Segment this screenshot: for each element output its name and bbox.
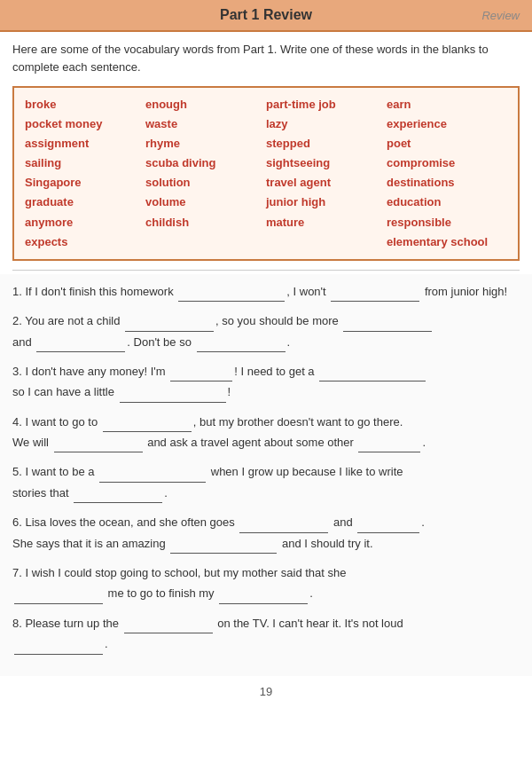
intro-text: Here are some of the vocabulary words fr… xyxy=(0,32,532,81)
vocab-word: rhyme xyxy=(145,134,266,153)
blank-1a[interactable] xyxy=(178,289,285,302)
exercise-2-text-e: . xyxy=(287,335,291,349)
blank-3a[interactable] xyxy=(170,369,232,382)
page-number: 19 xyxy=(0,676,532,705)
exercise-2-text-c: and xyxy=(12,335,35,349)
blank-6b[interactable] xyxy=(357,521,419,533)
vocab-word: sightseeing xyxy=(266,153,387,173)
blank-4b[interactable] xyxy=(54,440,143,452)
exercise-1-number: 1. If I don't finish this homework xyxy=(12,285,176,298)
exercise-2-text-a: 2. You are not a child xyxy=(12,314,123,327)
exercise-4-text-a: 4. I want to go to xyxy=(12,415,101,429)
vocab-word: volume xyxy=(145,193,266,212)
blank-3b[interactable] xyxy=(319,369,426,382)
blank-1b[interactable] xyxy=(331,289,419,302)
exercise-3-text-b: ! I need to get a xyxy=(234,365,317,378)
blank-6a[interactable] xyxy=(239,521,328,533)
exercise-8: 8. Please turn up the on the TV. I can't… xyxy=(12,613,520,655)
vocab-word: part-time job xyxy=(266,95,387,114)
exercise-1-text-b: , I won't xyxy=(286,285,329,298)
exercise-7-text-b: me to go to finish my xyxy=(105,586,217,600)
exercise-5-text-d: . xyxy=(164,486,168,499)
exercise-3-text-a: 3. I don't have any money! I'm xyxy=(12,365,168,378)
vocab-col-1: broke pocket money assignment sailing Si… xyxy=(25,95,145,252)
vocab-word: pocket money xyxy=(25,114,145,134)
vocab-word: sailing xyxy=(25,153,145,173)
blank-6c[interactable] xyxy=(170,541,277,554)
exercise-5-text-a: 5. I want to be a xyxy=(12,465,98,478)
blank-8a[interactable] xyxy=(124,621,213,633)
exercise-3-text-c: so I can have a little xyxy=(12,385,118,398)
vocab-col-3: part-time job lazy stepped sightseeing t… xyxy=(266,95,387,252)
blank-2c[interactable] xyxy=(36,340,125,352)
vocab-word: expects xyxy=(25,232,145,252)
exercise-6: 6. Lisa loves the ocean, and she often g… xyxy=(12,512,520,554)
exercise-4: 4. I want to go to , but my brother does… xyxy=(12,412,520,453)
blank-2b[interactable] xyxy=(343,319,432,332)
exercise-8-text-c: . xyxy=(105,637,108,650)
exercise-4-text-c: We will xyxy=(12,436,52,449)
exercise-5-text-c: stories that xyxy=(12,486,72,499)
exercise-7: 7. I wish I could stop going to school, … xyxy=(12,562,520,604)
exercise-1-text-c: from junior high! xyxy=(421,285,507,298)
exercise-5: 5. I want to be a when I grow up because… xyxy=(12,461,520,503)
exercise-6-text-b: and xyxy=(330,515,356,529)
page: Part 1 Review Review Here are some of th… xyxy=(0,0,532,763)
vocab-word: solution xyxy=(145,173,266,193)
blank-4a[interactable] xyxy=(103,420,192,432)
blank-7b[interactable] xyxy=(219,592,308,604)
exercise-7-text-c: . xyxy=(309,586,313,600)
exercises-section: 1. If I don't finish this homework , I w… xyxy=(0,274,532,676)
vocab-word: compromise xyxy=(387,153,507,173)
exercise-8-text-a: 8. Please turn up the xyxy=(12,617,122,630)
vocab-word: anymore xyxy=(25,213,145,232)
vocab-word: enough xyxy=(145,95,266,114)
exercise-3-text-d: ! xyxy=(228,385,231,398)
exercise-8-text-b: on the TV. I can't hear it. It's not lou… xyxy=(215,617,403,630)
exercise-2: 2. You are not a child , so you should b… xyxy=(12,311,520,352)
blank-2d[interactable] xyxy=(197,340,286,352)
blank-7a[interactable] xyxy=(14,592,103,604)
vocab-word: broke xyxy=(25,95,145,114)
vocab-word: waste xyxy=(145,114,266,134)
blank-5b[interactable] xyxy=(74,491,162,503)
vocab-word: lazy xyxy=(266,114,387,134)
blank-8b[interactable] xyxy=(14,642,103,655)
exercise-2-text-d: . Don't be so xyxy=(127,335,194,349)
vocab-word: assignment xyxy=(25,134,145,153)
vocab-word: stepped xyxy=(266,134,387,153)
vocab-word: travel agent xyxy=(266,173,387,193)
vocab-word: poet xyxy=(387,134,507,153)
vocab-col-2: enough waste rhyme scuba diving solution… xyxy=(145,95,266,252)
vocab-word: earn xyxy=(387,95,507,114)
vocab-word: experience xyxy=(387,114,507,134)
vocab-word: mature xyxy=(266,213,387,232)
exercise-6-text-c: . xyxy=(421,515,425,529)
vocab-word: childish xyxy=(145,213,266,232)
exercise-4-text-d: and ask a travel agent about some other xyxy=(145,436,357,449)
exercise-2-text-b: , so you should be more xyxy=(215,314,341,327)
vocabulary-box: broke pocket money assignment sailing Si… xyxy=(12,86,520,261)
exercise-4-text-e: . xyxy=(422,436,426,449)
vocab-col-4: earn experience poet compromise destinat… xyxy=(387,95,507,252)
exercise-5-text-b: when I grow up because I like to write xyxy=(207,465,403,478)
page-header: Part 1 Review Review xyxy=(0,0,532,32)
exercise-1: 1. If I don't finish this homework , I w… xyxy=(12,281,520,302)
section-divider xyxy=(12,270,520,271)
exercise-6-text-a: 6. Lisa loves the ocean, and she often g… xyxy=(12,515,238,529)
exercise-3: 3. I don't have any money! I'm ! I need … xyxy=(12,361,520,403)
vocab-word: scuba diving xyxy=(145,153,266,173)
blank-3c[interactable] xyxy=(120,390,226,403)
vocab-grid: broke pocket money assignment sailing Si… xyxy=(25,95,507,252)
vocab-word: graduate xyxy=(25,193,145,212)
blank-2a[interactable] xyxy=(125,319,214,332)
blank-5a[interactable] xyxy=(99,470,206,483)
vocab-word: elementary school xyxy=(387,232,507,252)
vocab-word: destinations xyxy=(387,173,507,193)
blank-4c[interactable] xyxy=(358,440,420,452)
header-review-label: Review xyxy=(481,9,520,22)
vocab-word: education xyxy=(387,193,507,212)
exercise-7-text-a: 7. I wish I could stop going to school, … xyxy=(12,566,346,579)
exercise-4-text-b: , but my brother doesn't want to go ther… xyxy=(193,415,403,429)
exercise-6-text-d: She says that it is an amazing xyxy=(12,537,168,550)
